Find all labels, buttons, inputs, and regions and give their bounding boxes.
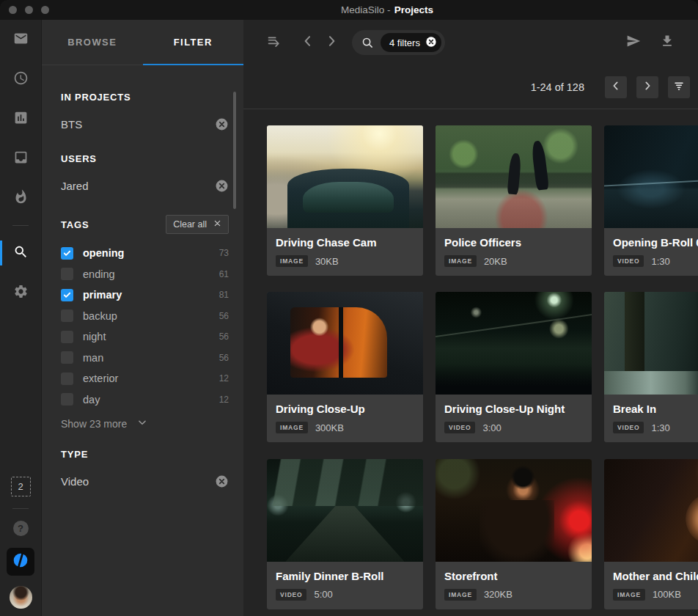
filter-chip-row: BTS (61, 115, 229, 133)
app-body: 2 ? BROWSE FILTER IN PROJECTS BTS (0, 20, 698, 616)
asset-thumbnail (436, 459, 592, 562)
navigation-rail: 2 ? (0, 20, 41, 616)
window-minimize-button[interactable] (25, 6, 33, 14)
remove-filter-icon[interactable] (215, 117, 229, 131)
asset-card[interactable]: Break In VIDEO 1:30 (604, 292, 698, 442)
asset-card[interactable]: Driving Close-Up Night VIDEO 3:00 (436, 292, 592, 442)
asset-card[interactable]: Driving Close-Up IMAGE 300KB (267, 292, 423, 442)
asset-thumbnail (267, 125, 423, 228)
asset-type-badge: IMAGE (276, 255, 308, 267)
nav-back-button[interactable] (296, 30, 320, 55)
tab-filter[interactable]: FILTER (143, 20, 244, 65)
mail-icon (13, 31, 29, 49)
tag-row[interactable]: day 12 (61, 389, 229, 411)
tag-label: night (83, 331, 219, 342)
checkbox[interactable] (61, 393, 73, 406)
panel-scrollbar[interactable] (233, 92, 236, 209)
rail-item-projects[interactable] (0, 139, 41, 178)
rail-divider (12, 225, 29, 226)
tag-row[interactable]: man 56 (61, 348, 229, 369)
help-icon[interactable]: ? (13, 521, 29, 536)
asset-card[interactable]: Opening B-Roll 01 VIDEO 1:30 (604, 125, 698, 276)
checkbox[interactable] (61, 373, 73, 385)
main-toolbar: 4 filters (243, 20, 698, 65)
tag-row[interactable]: opening 73 (61, 243, 229, 264)
search-input[interactable]: 4 filters (352, 30, 445, 55)
asset-thumbnail (604, 125, 698, 228)
tag-count: 73 (219, 248, 229, 258)
asset-type-badge: VIDEO (276, 589, 306, 601)
tag-row[interactable]: ending 61 (61, 264, 229, 285)
asset-card[interactable]: Driving Chase Cam IMAGE 30KB (267, 125, 423, 276)
asset-info: Driving Close-Up IMAGE 300KB (267, 395, 423, 433)
checkbox[interactable] (61, 289, 73, 301)
checkbox[interactable] (61, 309, 73, 322)
selection-count-badge[interactable]: 2 (11, 477, 31, 496)
tag-row[interactable]: exterior 12 (61, 368, 229, 389)
remove-filter-icon[interactable] (215, 179, 229, 193)
active-filters-chip[interactable]: 4 filters (381, 33, 441, 52)
asset-info: Driving Chase Cam IMAGE 30KB (267, 228, 423, 267)
asset-grid: Driving Chase Cam IMAGE 30KB Police Offi… (243, 109, 698, 616)
tag-row[interactable]: backup 56 (61, 306, 229, 327)
asset-meta: 30KB (315, 256, 339, 267)
page-prev-button[interactable] (605, 76, 627, 98)
asset-meta: 1:30 (651, 256, 669, 267)
checkbox[interactable] (61, 351, 73, 364)
filter-panel-body: IN PROJECTS BTS USERS Jared TAGS Clear a… (42, 65, 243, 616)
asset-info: Opening B-Roll 01 VIDEO 1:30 (604, 228, 698, 267)
rail-item-activity[interactable] (0, 178, 41, 218)
rail-item-stats[interactable] (0, 99, 41, 139)
show-more-button[interactable]: Show 23 more (61, 417, 229, 430)
asset-meta: 100KB (653, 589, 681, 600)
window-zoom-button[interactable] (41, 6, 49, 14)
rail-item-search[interactable] (0, 233, 41, 273)
collapse-panel-icon (267, 34, 282, 51)
tag-row[interactable]: primary 81 (61, 285, 229, 306)
mediasilo-logo[interactable] (7, 548, 34, 576)
share-button[interactable] (622, 30, 645, 55)
asset-info: Mother and Children IMAGE 100KB (604, 562, 698, 601)
asset-card[interactable]: Mother and Children IMAGE 100KB (604, 459, 698, 609)
tag-count: 56 (219, 353, 229, 363)
asset-type-badge: IMAGE (444, 589, 477, 601)
asset-info: Break In VIDEO 1:30 (604, 395, 698, 433)
asset-card[interactable]: Police Officers IMAGE 20KB (436, 125, 592, 276)
clear-all-button[interactable]: Clear all (166, 215, 229, 234)
user-avatar[interactable] (10, 586, 32, 609)
stats-icon (13, 110, 29, 128)
asset-meta: 5:00 (314, 589, 332, 600)
tab-browse[interactable]: BROWSE (42, 20, 143, 65)
download-button[interactable] (655, 30, 679, 55)
checkbox[interactable] (61, 268, 73, 280)
nav-forward-button[interactable] (320, 30, 343, 55)
sort-filter-button[interactable] (668, 76, 690, 98)
asset-card[interactable]: Family Dinner B-Roll VIDEO 5:00 (267, 459, 423, 609)
asset-thumbnail (436, 125, 592, 228)
page-next-button[interactable] (636, 76, 658, 98)
checkbox[interactable] (61, 331, 73, 343)
asset-type-badge: IMAGE (613, 589, 645, 601)
clear-filters-icon[interactable] (425, 36, 437, 50)
tag-row[interactable]: night 56 (61, 326, 229, 348)
asset-type-badge: IMAGE (276, 422, 308, 433)
window-close-button[interactable] (9, 6, 17, 14)
collapse-panel-button[interactable] (262, 30, 286, 55)
send-icon (626, 34, 641, 51)
checkbox[interactable] (61, 247, 73, 260)
remove-filter-icon[interactable] (215, 474, 229, 488)
tag-count: 12 (219, 395, 229, 405)
results-bar: 1-24 of 128 (243, 65, 698, 109)
asset-thumbnail (267, 459, 423, 562)
chevron-right-icon (642, 80, 653, 95)
asset-title: Driving Close-Up (276, 403, 414, 415)
rail-item-settings[interactable] (0, 273, 41, 312)
asset-card[interactable]: Storefront IMAGE 320KB (436, 459, 592, 609)
tag-count: 61 (219, 269, 229, 279)
filter-chip-row: Jared (61, 177, 229, 194)
rail-item-messages[interactable] (0, 20, 41, 59)
asset-meta: 20KB (484, 256, 507, 267)
rail-item-recent[interactable] (0, 59, 41, 99)
panel-tabs: BROWSE FILTER (42, 20, 243, 65)
app-name: MediaSilo - (341, 4, 391, 15)
